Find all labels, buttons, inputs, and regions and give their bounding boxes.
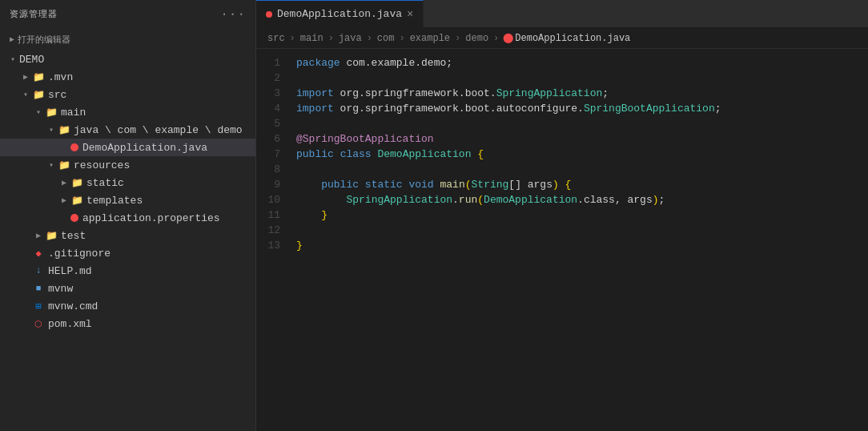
code-line-5: 5 xyxy=(256,116,868,131)
mvnw-icon: ■ xyxy=(32,282,45,295)
line-number-13: 13 xyxy=(256,238,296,253)
error-indicator-appprops xyxy=(70,214,78,222)
tree-item-mvn[interactable]: ▶📁.mvn xyxy=(0,68,255,86)
line-number-3: 3 xyxy=(256,86,296,101)
line-number-11: 11 xyxy=(256,207,296,223)
tree-item-gitignore[interactable]: ◆.gitignore xyxy=(0,244,255,262)
code-line-9: 9 public static void main(String[] args)… xyxy=(256,177,868,192)
code-line-8: 8 xyxy=(256,162,868,177)
code-line-10: 10 SpringApplication.run(DemoApplication… xyxy=(256,192,868,207)
file-tree: ▾DEMO▶📁.mvn▾📁src▾📁main▾📁java \ com \ exa… xyxy=(0,50,255,431)
line-content-3[interactable]: import org.springframework.boot.SpringAp… xyxy=(296,86,868,101)
tree-item-src[interactable]: ▾📁src xyxy=(0,86,255,103)
line-number-1: 1 xyxy=(256,55,296,70)
open-editors-label: 打开的编辑器 xyxy=(18,34,70,46)
code-line-6: 6@SpringBootApplication xyxy=(256,131,868,147)
line-number-5: 5 xyxy=(256,116,296,131)
line-number-7: 7 xyxy=(256,147,296,162)
tab-DemoApplication[interactable]: DemoApplication.java × xyxy=(256,0,424,27)
line-content-4[interactable]: import org.springframework.boot.autoconf… xyxy=(296,101,868,116)
cmd-icon: ⊞ xyxy=(32,300,45,312)
code-line-7: 7public class DemoApplication { xyxy=(256,147,868,162)
tree-item-appprops[interactable]: application.properties xyxy=(0,209,255,227)
tree-item-main[interactable]: ▾📁main xyxy=(0,103,255,121)
line-number-6: 6 xyxy=(256,131,296,147)
tree-arrow-demo-root: ▾ xyxy=(6,53,19,66)
code-line-13: 13} xyxy=(256,238,868,253)
tree-label-static: static xyxy=(86,177,124,189)
tree-label-demo-root: DEMO xyxy=(19,54,44,66)
tree-label-helpmd: HELP.md xyxy=(48,265,92,277)
sidebar-menu-button[interactable]: ··· xyxy=(220,7,246,22)
code-line-2: 2 xyxy=(256,70,868,86)
tree-label-src: src xyxy=(48,89,66,101)
tree-arrow-java: ▾ xyxy=(45,123,58,136)
code-line-3: 3import org.springframework.boot.SpringA… xyxy=(256,86,868,101)
tree-arrow-test: ▶ xyxy=(32,229,45,242)
git-icon: ◆ xyxy=(32,247,45,260)
code-editor[interactable]: 1package com.example.demo;23import org.s… xyxy=(256,49,868,431)
sidebar: 资源管理器 ··· ▶ 打开的编辑器 ▾DEMO▶📁.mvn▾📁src▾📁mai… xyxy=(0,0,256,431)
folder-icon-main: 📁 xyxy=(45,106,58,119)
tree-label-mvnw: mvnw xyxy=(48,283,73,295)
tree-item-demo-root[interactable]: ▾DEMO xyxy=(0,50,255,68)
tree-arrow-main: ▾ xyxy=(32,106,45,119)
line-content-6[interactable]: @SpringBootApplication xyxy=(296,131,868,147)
tree-label-gitignore: .gitignore xyxy=(48,248,111,260)
line-content-13[interactable]: } xyxy=(296,238,868,253)
tree-item-mvnwcmd[interactable]: ⊞mvnw.cmd xyxy=(0,297,255,315)
code-line-12: 12 xyxy=(256,223,868,238)
tree-item-DemoApplication[interactable]: DemoApplication.java xyxy=(0,139,255,156)
tree-label-resources: resources xyxy=(74,159,130,171)
breadcrumb-error-icon: ⬤ xyxy=(504,34,512,42)
line-number-8: 8 xyxy=(256,162,296,177)
folder-icon-java: 📁 xyxy=(58,123,70,136)
line-content-9[interactable]: public static void main(String[] args) { xyxy=(296,177,868,192)
folder-icon-templates: 📁 xyxy=(70,194,83,207)
code-line-11: 11 } xyxy=(256,207,868,223)
tab-filename: DemoApplication.java xyxy=(277,8,402,20)
tree-item-resources[interactable]: ▾📁resources xyxy=(0,156,255,174)
tree-item-mvnw[interactable]: ■mvnw xyxy=(0,280,255,297)
line-content-11[interactable]: } xyxy=(296,207,868,223)
tree-item-helpmd[interactable]: ↓HELP.md xyxy=(0,262,255,280)
code-line-1: 1package com.example.demo; xyxy=(256,55,868,70)
tab-bar: DemoApplication.java × xyxy=(256,0,868,28)
tab-error-indicator xyxy=(266,11,272,18)
xml-icon: ⬡ xyxy=(32,317,45,330)
tab-close-button[interactable]: × xyxy=(407,8,413,21)
folder-icon-resources: 📁 xyxy=(58,159,70,171)
tree-arrow-src: ▾ xyxy=(19,88,32,101)
tree-arrow-resources: ▾ xyxy=(45,159,58,171)
open-editors-arrow: ▶ xyxy=(10,34,14,44)
tree-label-DemoApplication: DemoApplication.java xyxy=(82,142,207,154)
tree-item-static[interactable]: ▶📁static xyxy=(0,174,255,191)
tree-arrow-static: ▶ xyxy=(58,176,70,189)
line-content-7[interactable]: public class DemoApplication { xyxy=(296,147,868,162)
line-number-10: 10 xyxy=(256,192,296,207)
tree-arrow-templates: ▶ xyxy=(58,194,70,207)
tree-item-java[interactable]: ▾📁java \ com \ example \ demo xyxy=(0,121,255,139)
folder-icon-test: 📁 xyxy=(45,229,58,242)
error-indicator-DemoApplication xyxy=(70,143,78,151)
tree-label-main: main xyxy=(61,107,86,119)
tree-item-pomxml[interactable]: ⬡pom.xml xyxy=(0,315,255,332)
line-number-2: 2 xyxy=(256,70,296,86)
md-icon: ↓ xyxy=(32,264,45,277)
open-editors-section[interactable]: ▶ 打开的编辑器 xyxy=(0,28,255,50)
breadcrumb-filename: DemoApplication.java xyxy=(515,33,630,44)
line-content-10[interactable]: SpringApplication.run(DemoApplication.cl… xyxy=(296,192,868,207)
tree-label-mvn: .mvn xyxy=(48,71,73,83)
tree-item-test[interactable]: ▶📁test xyxy=(0,227,255,244)
tree-label-test: test xyxy=(61,230,86,242)
folder-icon-src: 📁 xyxy=(32,88,45,101)
editor-area: DemoApplication.java × src › main › java… xyxy=(256,0,868,431)
line-content-1[interactable]: package com.example.demo; xyxy=(296,55,868,70)
tree-label-java: java \ com \ example \ demo xyxy=(74,124,243,136)
line-number-12: 12 xyxy=(256,223,296,238)
sidebar-title: 资源管理器 xyxy=(10,8,57,20)
tree-arrow-mvn: ▶ xyxy=(19,70,32,83)
tree-item-templates[interactable]: ▶📁templates xyxy=(0,191,255,209)
sidebar-header: 资源管理器 ··· xyxy=(0,0,255,28)
line-number-9: 9 xyxy=(256,177,296,192)
